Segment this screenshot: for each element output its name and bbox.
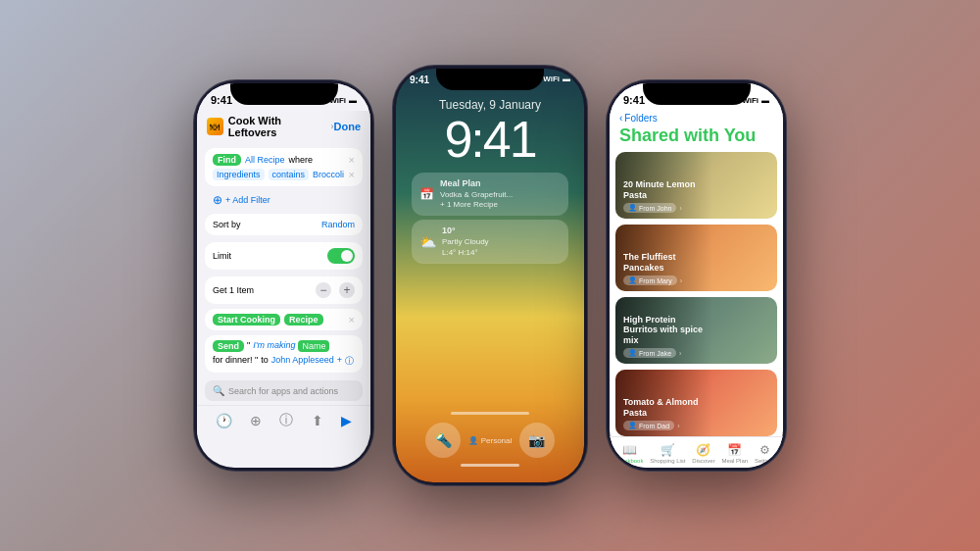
- send-row: Send " I'm making Name for dinner! " to …: [213, 340, 355, 368]
- ingredients-tag[interactable]: Ingredients: [213, 169, 265, 180]
- send-quote-open: ": [247, 340, 250, 350]
- flashlight-button[interactable]: 🔦: [425, 423, 461, 458]
- recipe-card-pasta[interactable]: 20 Minute Lemon Pasta 👤 From John ›: [615, 152, 777, 219]
- pasta-title: 20 Minute Lemon Pasta: [623, 179, 710, 201]
- recipe-header: ‹ Folders Shared with You: [610, 111, 783, 152]
- cook-label: Start Cooking: [213, 314, 280, 326]
- sort-label: Sort by: [213, 220, 241, 229]
- nav-shopping[interactable]: 🛒 Shopping List: [650, 443, 685, 464]
- bottom-clock-icon[interactable]: 🕐: [216, 413, 232, 428]
- lockscreen-screen: 9:41 ▪▪▪ WiFi ▬ Tuesday, 9 January 9:41 …: [396, 69, 584, 482]
- folders-label: Folders: [624, 113, 657, 124]
- pasta-from-row: 👤 From John ›: [623, 203, 769, 213]
- bottom-play-icon[interactable]: ▶: [341, 413, 352, 428]
- shortcuts-body: Find All Recipe where × Ingredients cont…: [197, 144, 370, 376]
- shortcuts-title-row: 🍽 Cook With Leftovers ›: [207, 115, 334, 138]
- person-icon: 👤: [468, 436, 478, 445]
- lockscreen-notch: [436, 69, 544, 90]
- all-recipe-label[interactable]: All Recipe: [245, 155, 285, 165]
- pancakes-from-row: 👤 From Mary ›: [623, 276, 769, 285]
- tomato-chevron-icon: ›: [677, 423, 679, 429]
- sort-row: Sort by Random: [205, 214, 363, 235]
- weather-temp: 10°: [442, 225, 489, 237]
- settings-label: Settings: [755, 458, 776, 464]
- tomato-title: Tomato & Almond Pasta: [623, 397, 710, 419]
- limit-label: Limit: [213, 251, 231, 261]
- shortcuts-done-button[interactable]: Done: [334, 121, 362, 132]
- shortcuts-app-icon: 🍽: [207, 118, 223, 135]
- search-icon: 🔍: [213, 385, 224, 396]
- add-filter-icon: ⊕: [213, 193, 222, 207]
- burritos-from-badge: 👤 From Jake: [623, 348, 676, 358]
- recipe-page-title: Shared with You: [619, 125, 773, 146]
- burritos-card-overlay: High Protein Burritos with spice mix 👤 F…: [615, 297, 777, 364]
- nav-mealplan[interactable]: 📅 Meal Plan: [721, 443, 748, 464]
- recipe-card-burritos[interactable]: High Protein Burritos with spice mix 👤 F…: [615, 297, 777, 364]
- shortcuts-bottom-bar: 🕐 ⊕ ⓘ ⬆ ▶: [197, 405, 370, 435]
- get-row: Get 1 Item − +: [205, 276, 363, 304]
- lockscreen-time: 9:41: [444, 114, 535, 165]
- send-name-tag: Name: [298, 340, 329, 352]
- broccoli-value[interactable]: Broccoli: [313, 170, 344, 179]
- camera-icon: 📷: [528, 432, 545, 448]
- send-to: to: [261, 355, 269, 365]
- discover-label: Discover: [692, 458, 714, 464]
- plus-button[interactable]: +: [339, 282, 355, 298]
- bottom-share-icon[interactable]: ⬆: [312, 413, 323, 428]
- recipe-notch: [643, 83, 751, 105]
- send-plus-icon[interactable]: +: [337, 355, 342, 365]
- add-filter-row[interactable]: ⊕ + Add Filter: [205, 191, 363, 209]
- meal-plan-title: Meal Plan: [440, 178, 513, 190]
- pasta-card-overlay: 20 Minute Lemon Pasta 👤 From John ›: [615, 152, 777, 219]
- search-placeholder: Search for apps and actions: [228, 386, 338, 396]
- search-bar[interactable]: 🔍 Search for apps and actions: [205, 380, 363, 401]
- shopping-label: Shopping List: [650, 458, 685, 464]
- recipe-card-pancakes[interactable]: The Fluffiest Pancakes 👤 From Mary ›: [615, 225, 777, 291]
- cookbook-label: Cookbook: [616, 458, 643, 464]
- tomato-from-row: 👤 From Dad ›: [623, 421, 769, 430]
- settings-icon: ⚙: [760, 443, 770, 457]
- recipe-bottom-nav: 📖 Cookbook 🛒 Shopping List 🧭 Discover 📅 …: [610, 436, 783, 468]
- send-contact[interactable]: John Appleseed: [271, 355, 334, 365]
- send-info-icon[interactable]: ⓘ: [345, 355, 354, 368]
- cook-close-icon[interactable]: ×: [349, 314, 355, 326]
- nav-settings[interactable]: ⚙ Settings: [755, 443, 776, 464]
- pasta-from-badge: 👤 From John: [623, 203, 676, 213]
- recipe-back-button[interactable]: ‹ Folders: [619, 113, 773, 124]
- nav-cookbook[interactable]: 📖 Cookbook: [616, 443, 643, 464]
- pancakes-from-badge: 👤 From Mary: [623, 276, 677, 285]
- lockscreen-bottom-bar: 🔦 👤 Personal 📷: [396, 402, 584, 482]
- contains-tag[interactable]: contains: [269, 169, 310, 180]
- find-close-icon[interactable]: ×: [349, 154, 355, 166]
- pancakes-card-overlay: The Fluffiest Pancakes 👤 From Mary ›: [615, 225, 777, 291]
- minus-button[interactable]: −: [316, 282, 331, 298]
- nav-discover[interactable]: 🧭 Discover: [692, 443, 714, 464]
- bottom-info-icon[interactable]: ⓘ: [279, 412, 293, 429]
- swipe-indicator: [451, 412, 529, 415]
- home-indicator: [461, 464, 519, 467]
- lockscreen-widgets: 📅 Meal Plan Vodka & Grapefruit...+ 1 Mor…: [412, 173, 568, 264]
- phone-shortcuts: 9:41 ▪▪▪ WiFi ▬ 🍽 Cook With Leftovers › …: [193, 79, 374, 472]
- mealplan-icon: 📅: [727, 443, 742, 457]
- recipe-card-tomato[interactable]: Tomato & Almond Pasta 👤 From Dad ›: [615, 370, 777, 436]
- discover-icon: 🧭: [696, 443, 710, 457]
- find-row: Find All Recipe where ×: [213, 154, 355, 166]
- phone-lockscreen: 9:41 ▪▪▪ WiFi ▬ Tuesday, 9 January 9:41 …: [392, 65, 588, 486]
- meal-plan-widget: 📅 Meal Plan Vodka & Grapefruit...+ 1 Mor…: [412, 173, 568, 216]
- mealplan-label: Meal Plan: [721, 458, 748, 464]
- tomato-from-badge: 👤 From Dad: [623, 421, 674, 430]
- pancakes-title: The Fluffiest Pancakes: [623, 252, 710, 274]
- burritos-chevron-icon: ›: [679, 350, 681, 357]
- sort-value[interactable]: Random: [321, 220, 355, 229]
- lockscreen-date: Tuesday, 9 January: [439, 98, 541, 112]
- filter-close-icon[interactable]: ×: [349, 169, 355, 180]
- pancakes-chevron-icon: ›: [680, 277, 682, 284]
- shopping-icon: 🛒: [661, 443, 675, 457]
- limit-toggle[interactable]: [327, 248, 355, 264]
- get-label: Get 1 Item: [213, 285, 254, 295]
- cookbook-icon: 📖: [622, 443, 637, 457]
- send-making: I'm making: [253, 340, 295, 350]
- camera-button[interactable]: 📷: [519, 423, 555, 458]
- find-label: Find: [213, 154, 241, 166]
- bottom-plus-icon[interactable]: ⊕: [250, 413, 262, 428]
